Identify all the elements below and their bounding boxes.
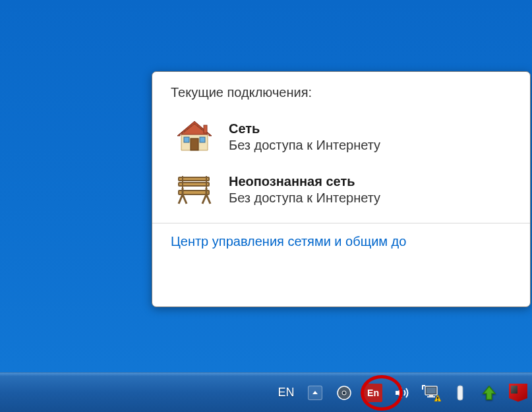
svg-rect-19 [427, 396, 435, 397]
svg-rect-21 [437, 397, 438, 399]
network-warning-icon [421, 384, 441, 401]
show-hidden-icons-button[interactable] [305, 381, 325, 405]
svg-point-15 [342, 391, 346, 395]
svg-rect-3 [191, 138, 198, 150]
disc-tray-icon[interactable] [334, 381, 354, 405]
volume-tray-icon[interactable] [392, 381, 412, 405]
language-text: EN [278, 386, 294, 399]
svg-rect-5 [184, 137, 189, 142]
disc-icon [336, 384, 353, 401]
taskbar: EN En [0, 372, 532, 412]
svg-rect-23 [458, 386, 463, 400]
connection-item[interactable]: Сеть Без доступа к Интернету [171, 113, 512, 161]
bench-icon [173, 171, 216, 208]
network-flyout: Текущие подключения: Сеть Без доступа к … [152, 71, 531, 307]
divider [152, 223, 530, 223]
house-icon [173, 119, 216, 156]
connection-name: Сеть [229, 121, 380, 136]
connection-item[interactable]: Неопознанная сеть Без доступа к Интернет… [171, 166, 512, 214]
flyout-title: Текущие подключения: [171, 85, 512, 100]
connection-status: Без доступа к Интернету [229, 191, 380, 206]
connection-status: Без доступа к Интернету [229, 138, 380, 153]
connection-text: Сеть Без доступа к Интернету [229, 121, 380, 153]
kaspersky-tray-icon[interactable] [508, 381, 528, 405]
punto-label: En [364, 384, 382, 402]
language-indicator[interactable]: EN [276, 381, 296, 405]
generic-tray-icon[interactable] [450, 381, 470, 405]
connection-text: Неопознанная сеть Без доступа к Интернет… [229, 174, 380, 206]
svg-rect-18 [429, 395, 433, 396]
svg-rect-6 [204, 125, 207, 133]
kaspersky-icon [509, 384, 527, 402]
svg-rect-22 [437, 400, 438, 401]
arrow-up-icon [481, 384, 498, 401]
network-center-link[interactable]: Центр управления сетями и общим до [171, 234, 406, 249]
bar-icon [454, 384, 467, 401]
svg-rect-17 [427, 388, 436, 394]
connection-name: Неопознанная сеть [229, 174, 380, 189]
network-tray-icon[interactable] [421, 381, 441, 405]
update-arrow-icon[interactable] [479, 381, 499, 405]
svg-rect-4 [200, 137, 205, 142]
chevron-up-icon [308, 386, 322, 400]
punto-switcher-icon[interactable]: En [363, 381, 383, 405]
speaker-icon [394, 384, 411, 401]
